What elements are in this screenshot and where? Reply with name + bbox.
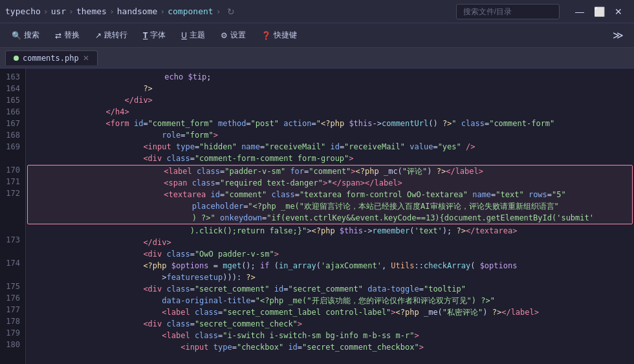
tab-close-button[interactable]: ✕ xyxy=(83,54,89,62)
code-line: ) ?>" onkeydown="if(event.ctrlKey&&event… xyxy=(28,212,632,224)
code-line: <span class="required text-danger">*</sp… xyxy=(28,177,632,189)
title-bar: typecho › usr › themes › handsome › comp… xyxy=(0,0,634,23)
code-line: role="form"> xyxy=(26,129,634,141)
tab-filename: comments.php xyxy=(23,54,79,63)
tab-dot xyxy=(14,56,19,61)
code-line: </div> xyxy=(26,237,634,248)
breadcrumb-themes: themes xyxy=(76,6,107,16)
code-line: <textarea id="comment" class="textarea f… xyxy=(28,189,632,200)
toolbar: 🔍 搜索 ⇄ 替换 ↗ 跳转行 T 字体 U 主题 ⚙ 设置 ❓ 快捷键 ≫ xyxy=(0,23,634,48)
code-line: <div class="secret_comment" id="secret_c… xyxy=(26,283,634,295)
search-icon: 🔍 xyxy=(12,31,21,40)
code-line: <label class="secret_comment_label contr… xyxy=(26,306,634,318)
file-tab[interactable]: comments.php ✕ xyxy=(5,50,98,65)
breadcrumb-handsome: handsome xyxy=(117,6,158,16)
code-container: 163 164 165 166 167 168 169 170 171 172 … xyxy=(0,69,634,364)
theme-icon: U xyxy=(181,31,187,40)
refresh-button[interactable]: ↻ xyxy=(223,5,239,18)
code-line: </div> xyxy=(26,94,634,106)
code-line: data-original-title="<?php _me("开启该功能，您的… xyxy=(26,295,634,306)
code-line: <input type="checkbox" id="secret_commen… xyxy=(26,341,634,353)
breadcrumb-typecho: typecho xyxy=(5,6,41,16)
code-line: placeholder="<?php _me("欢迎留言讨论，本站已经接入百度A… xyxy=(28,200,632,212)
font-toolbar-btn[interactable]: T 字体 xyxy=(137,27,172,43)
line-numbers: 163 164 165 166 167 168 169 170 171 172 … xyxy=(0,69,26,364)
window-controls: — ⬜ ✕ xyxy=(572,4,626,19)
code-line: <div class="OwO padder-v-sm"> xyxy=(26,248,634,260)
replace-toolbar-btn[interactable]: ⇄ 替换 xyxy=(49,27,86,43)
replace-icon: ⇄ xyxy=(55,31,61,40)
settings-toolbar-btn[interactable]: ⚙ 设置 xyxy=(214,27,252,43)
goto-toolbar-btn[interactable]: ↗ 跳转行 xyxy=(89,27,134,43)
goto-icon: ↗ xyxy=(95,31,102,40)
minimize-button[interactable]: — xyxy=(572,4,587,19)
breadcrumb: typecho › usr › themes › handsome › comp… xyxy=(5,5,456,18)
code-line: <input type="hidden" name="receiveMail" … xyxy=(26,141,634,153)
code-editor[interactable]: echo $tip; ?> </div> </h4> <form id= xyxy=(26,69,634,364)
breadcrumb-component: component xyxy=(168,6,213,16)
search-toolbar-btn[interactable]: 🔍 搜索 xyxy=(5,27,46,43)
shortcuts-toolbar-btn[interactable]: ❓ 快捷键 xyxy=(255,27,303,43)
code-line: </h4> xyxy=(26,106,634,118)
settings-icon: ⚙ xyxy=(221,31,228,40)
code-line: <form id="comment_form" method="post" ac… xyxy=(26,118,634,129)
code-line: >featuresetup))): ?> xyxy=(26,272,634,283)
code-line: <label class="i-switch i-switch-sm bg-in… xyxy=(26,330,634,341)
theme-toolbar-btn[interactable]: U 主题 xyxy=(175,27,212,43)
code-line: ?> xyxy=(26,83,634,94)
help-icon: ❓ xyxy=(261,31,271,40)
maximize-button[interactable]: ⬜ xyxy=(591,4,607,19)
tab-bar: comments.php ✕ xyxy=(0,48,634,69)
search-input[interactable] xyxy=(456,4,560,19)
code-line: ).click();return false;}"><?php $this->r… xyxy=(26,225,634,237)
more-button[interactable]: ≫ xyxy=(607,27,629,44)
highlighted-block: <label class="padder-v-sm" for="comment"… xyxy=(27,165,633,224)
code-line: echo $tip; xyxy=(26,71,634,83)
code-line: <div class="secret_comment_check"> xyxy=(26,318,634,330)
font-icon: T xyxy=(143,31,148,40)
code-line: <div class="comment-form-comment form-gr… xyxy=(26,153,634,164)
breadcrumb-usr: usr xyxy=(51,6,66,16)
code-line: <?php $options = mget(); if (in_array('a… xyxy=(26,260,634,272)
close-button[interactable]: ✕ xyxy=(611,4,626,19)
code-line: <label class="padder-v-sm" for="comment"… xyxy=(28,166,632,177)
